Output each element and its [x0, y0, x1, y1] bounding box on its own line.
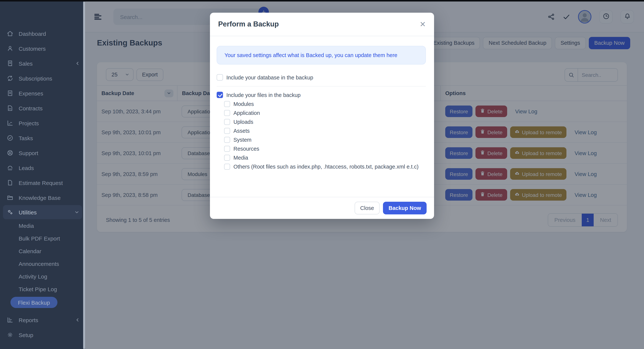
sidebar-subitem-bulk-pdf-export[interactable]: Bulk PDF Export	[0, 232, 85, 244]
system-checkbox[interactable]	[224, 137, 230, 143]
bar-chart-icon	[7, 316, 14, 323]
modules-checkbox[interactable]	[224, 101, 230, 107]
repeat-icon	[7, 75, 14, 82]
window-top-strip	[0, 0, 644, 2]
sidebar-item-tasks[interactable]: Tasks	[0, 130, 85, 146]
include-files-option: Include your files in the backup	[217, 92, 426, 98]
sidebar-subitem-label: Flexi Backup	[18, 299, 50, 306]
sidebar-item-label: Setup	[19, 332, 33, 338]
sidebar-menu: Dashboard Customers Sales Subscriptions	[0, 22, 85, 342]
checkbox-label: Modules	[234, 101, 254, 107]
sidebar-subitem-calendar[interactable]: Calendar	[0, 244, 85, 257]
sidebar-subitem-label: Activity Log	[19, 273, 47, 280]
sidebar-scrollbar[interactable]	[83, 2, 85, 349]
sidebar-item-knowledge-base[interactable]: Knowledge Base	[0, 190, 85, 205]
sidebar-item-label: Subscriptions	[19, 75, 52, 82]
application-checkbox[interactable]	[224, 110, 230, 116]
checkbox-label: Others (Root files such as index.php, .h…	[234, 164, 418, 170]
sidebar-item-label: Contracts	[19, 105, 42, 111]
chevron-left-icon	[75, 318, 80, 322]
checkbox-label: Include your files in the backup	[226, 92, 300, 98]
file-icon	[7, 179, 14, 186]
checkbox-label: Application	[234, 110, 260, 116]
sidebar-item-estimate-request[interactable]: Estimate Request	[0, 175, 85, 190]
check-circle-icon	[7, 134, 14, 141]
assets-checkbox[interactable]	[224, 128, 230, 134]
modal-close-button[interactable]: Close	[355, 202, 380, 214]
sidebar-subitem-label: Bulk PDF Export	[19, 235, 60, 242]
settings-notice[interactable]: Your saved settings affect what is Backe…	[217, 46, 426, 64]
chevron-left-icon	[75, 61, 80, 66]
sidebar-item-reports[interactable]: Reports	[0, 312, 85, 327]
sidebar-item-leads[interactable]: Leads	[0, 160, 85, 175]
sidebar-item-customers[interactable]: Customers	[0, 41, 85, 56]
file-signature-icon	[7, 105, 14, 112]
modal-backup-now-button[interactable]: Backup Now	[383, 202, 426, 214]
files-checkbox[interactable]	[217, 92, 223, 98]
sidebar-item-sales[interactable]: Sales	[0, 56, 85, 71]
chart-steps-icon	[7, 120, 14, 126]
sidebar-item-label: Expenses	[19, 90, 43, 96]
sidebar-subitem-label: Calendar	[19, 248, 42, 254]
sidebar: Dashboard Customers Sales Subscriptions	[0, 2, 85, 349]
divider	[217, 86, 426, 86]
sidebar-subitem-announcements[interactable]: Announcements	[0, 257, 85, 270]
file-child-option-modules: Modules	[224, 101, 426, 107]
media-checkbox[interactable]	[224, 155, 230, 161]
sidebar-item-projects[interactable]: Projects	[0, 116, 85, 130]
file-child-option-uploads: Uploads	[224, 119, 426, 125]
resources-checkbox[interactable]	[224, 146, 230, 152]
sidebar-logo-area	[0, 2, 85, 22]
sidebar-item-expenses[interactable]: Expenses	[0, 86, 85, 101]
sidebar-item-label: Reports	[19, 317, 38, 323]
include-database-option: Include your database in the backup	[217, 74, 426, 80]
sidebar-subitem-label: Ticket Pipe Log	[19, 286, 57, 292]
life-ring-icon	[7, 150, 14, 156]
close-icon[interactable]: ✕	[420, 20, 426, 28]
file-child-option-media: Media	[224, 155, 426, 161]
sidebar-subitem-label: Announcements	[19, 260, 59, 267]
checkbox-label: Media	[234, 155, 248, 161]
sidebar-item-label: Leads	[19, 164, 34, 171]
sidebar-item-label: Sales	[19, 60, 33, 66]
user-icon	[7, 45, 14, 52]
sidebar-item-label: Utilities	[19, 209, 37, 215]
sidebar-item-subscriptions[interactable]: Subscriptions	[0, 71, 85, 86]
uploads-checkbox[interactable]	[224, 119, 230, 125]
sidebar-item-setup[interactable]: Setup	[0, 327, 85, 342]
checkbox-label: Uploads	[234, 119, 253, 125]
sidebar-item-label: Estimate Request	[19, 180, 63, 186]
chevron-down-icon	[74, 210, 79, 214]
sidebar-item-label: Support	[19, 150, 38, 156]
modal-title: Perform a Backup	[218, 20, 279, 28]
sidebar-subitem-media[interactable]: Media	[0, 219, 85, 232]
sidebar-subitem-activity-log[interactable]: Activity Log	[0, 270, 85, 283]
file-child-option-resources: Resources	[224, 146, 426, 152]
folder-icon	[7, 194, 14, 201]
database-checkbox[interactable]	[217, 74, 223, 80]
sidebar-item-support[interactable]: Support	[0, 146, 85, 160]
home-icon	[7, 30, 14, 37]
file-child-option-system: System	[224, 137, 426, 143]
others-checkbox[interactable]	[224, 164, 230, 170]
sidebar-item-label: Dashboard	[19, 30, 46, 37]
sidebar-item-label: Knowledge Base	[19, 194, 60, 201]
sidebar-item-label: Tasks	[19, 135, 33, 141]
file-text-icon	[7, 90, 14, 96]
sidebar-subitem-flexi-backup-active[interactable]: Flexi Backup	[10, 297, 58, 308]
gear-icon	[7, 332, 14, 338]
sidebar-item-label: Customers	[19, 45, 46, 52]
receipt-icon	[7, 60, 14, 67]
sidebar-item-label: Projects	[19, 120, 39, 126]
file-child-option-application: Application	[224, 110, 426, 116]
gears-icon	[7, 209, 14, 216]
checkbox-label: Assets	[234, 128, 250, 134]
app-root: Dashboard Customers Sales Subscriptions	[0, 0, 644, 349]
sidebar-subitem-ticket-pipe-log[interactable]: Ticket Pipe Log	[0, 283, 85, 295]
file-child-option-others: Others (Root files such as index.php, .h…	[224, 164, 426, 170]
sidebar-item-dashboard[interactable]: Dashboard	[0, 26, 85, 41]
sidebar-item-utilities[interactable]: Utilities	[3, 205, 82, 219]
perform-backup-modal: Perform a Backup ✕ Your saved settings a…	[210, 13, 434, 219]
checkbox-label: Resources	[234, 146, 259, 152]
sidebar-item-contracts[interactable]: Contracts	[0, 101, 85, 116]
